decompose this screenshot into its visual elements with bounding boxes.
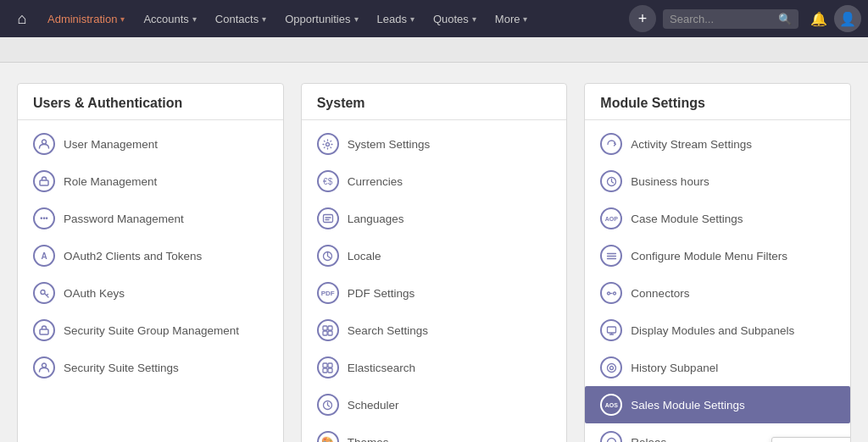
list-item-history-subpanel[interactable]: History Subpanel [585,349,850,386]
card-title-users: Users & Authentication [33,96,268,111]
svg-point-5 [326,142,330,146]
home-button[interactable]: ⌂ [7,3,37,34]
list-item-elasticsearch[interactable]: Elasticsearch [302,349,567,386]
svg-rect-10 [323,331,327,335]
security-suite-group-icon [33,319,55,341]
svg-point-19 [613,292,615,295]
list-item-display-modules[interactable]: Display Modules and Subpanels [585,312,850,349]
security-suite-group-label: Security Suite Group Management [64,324,268,337]
card-title-module-settings: Module Settings [600,96,835,111]
user-management-label: User Management [64,138,268,151]
list-item-password-management[interactable]: ••• Password Management [18,200,283,237]
releas-tooltip: Change settings for Quotes, Contracts an… [771,437,851,442]
user-avatar[interactable]: 👤 [834,5,861,32]
svg-rect-3 [40,329,48,334]
list-item-case-module-settings[interactable]: AOP Case Module Settings [585,200,850,237]
search-settings-icon [317,319,339,341]
chevron-down-icon: ▾ [262,14,266,24]
list-item-themes[interactable]: 🎨 Themes [302,423,567,442]
list-item-role-management[interactable]: Role Management [18,163,283,200]
list-item-search-settings[interactable]: Search Settings [302,312,567,349]
chevron-down-icon: ▾ [192,14,197,24]
list-item-releas[interactable]: Releas Change settings for Quotes, Contr… [585,423,850,442]
security-suite-settings-label: Security Suite Settings [64,362,268,374]
chevron-down-icon: ▾ [523,14,527,24]
pdf-settings-label: PDF Settings [348,287,552,300]
nav-item-administration[interactable]: Administration ▾ [39,8,133,30]
oauth2-icon: A [33,245,55,267]
list-item-user-management[interactable]: User Management [18,125,283,163]
nav-item-more[interactable]: More ▾ [487,8,537,30]
list-item-locale[interactable]: Locale [302,237,567,274]
releas-icon [600,431,622,442]
list-item-oauth2[interactable]: A OAuth2 Clients and Tokens [18,237,283,274]
case-module-settings-icon: AOP [600,207,622,229]
list-item-security-suite-group[interactable]: Security Suite Group Management [18,312,283,349]
connectors-label: Connectors [631,287,835,300]
chevron-down-icon: ▾ [354,14,359,24]
list-item-sales-module-settings[interactable]: AOS Sales Module Settings [585,386,850,423]
password-management-label: Password Management [64,213,268,225]
card-title-system: System [317,96,552,111]
role-management-icon [33,170,55,192]
activity-stream-icon [600,133,622,155]
chevron-down-icon: ▾ [410,14,415,24]
password-management-icon: ••• [33,207,55,229]
notifications-button[interactable]: 🔔 [805,5,832,32]
list-item-oauth-keys[interactable]: OAuth Keys [18,274,283,312]
nav-label-contacts: Contacts [215,13,259,25]
list-item-currencies[interactable]: €$ Currencies [302,163,567,200]
configure-module-menu-icon [600,245,622,267]
svg-point-23 [607,438,615,442]
navigation: ⌂ Administration ▾ Accounts ▾ Contacts ▾… [0,0,868,37]
module-settings-card: Module Settings Activity Stream Settings [584,83,851,442]
nav-item-contacts[interactable]: Contacts ▾ [207,8,275,30]
nav-item-opportunities[interactable]: Opportunities ▾ [276,8,366,30]
card-header-users: Users & Authentication [18,84,283,120]
add-button[interactable]: + [629,5,656,32]
bell-icon: 🔔 [810,11,827,27]
list-item-system-settings[interactable]: System Settings [302,125,567,163]
search-input[interactable] [670,13,778,25]
nav-item-leads[interactable]: Leads ▾ [369,8,423,30]
search-bar: 🔍 [663,9,798,29]
list-item-security-suite-settings[interactable]: Security Suite Settings [18,349,283,386]
oauth-keys-icon [33,282,55,304]
svg-rect-14 [323,368,327,373]
oauth2-label: OAuth2 Clients and Tokens [64,250,268,262]
users-authentication-card: Users & Authentication User Management [17,83,284,442]
oauth-keys-label: OAuth Keys [64,287,268,300]
nav-label-administration: Administration [47,13,117,25]
svg-rect-13 [328,363,332,367]
nav-label-accounts: Accounts [143,13,188,25]
list-item-configure-module-menu[interactable]: Configure Module Menu Filters [585,237,850,274]
plus-icon: + [638,10,648,28]
list-item-languages[interactable]: Languages [302,200,567,237]
nav-label-opportunities: Opportunities [285,13,350,25]
languages-label: Languages [348,213,552,225]
svg-rect-6 [323,215,332,223]
configure-module-menu-label: Configure Module Menu Filters [631,250,835,262]
list-item-scheduler[interactable]: Scheduler [302,386,567,423]
elasticsearch-icon [317,356,339,378]
search-icon: 🔍 [778,13,792,25]
card-header-system: System [302,84,567,120]
nav-label-quotes: Quotes [433,13,469,25]
nav-item-accounts[interactable]: Accounts ▾ [135,8,204,30]
list-item-pdf-settings[interactable]: PDF PDF Settings [302,274,567,312]
case-module-settings-label: Case Module Settings [631,213,835,225]
list-item-business-hours[interactable]: Business hours [585,163,850,200]
user-management-icon [33,133,55,155]
sales-module-settings-label: Sales Module Settings [631,399,835,412]
list-item-activity-stream[interactable]: Activity Stream Settings [585,125,850,163]
svg-point-0 [42,140,47,144]
nav-label-leads: Leads [377,13,407,25]
svg-rect-1 [40,180,48,185]
card-body-module-settings: Activity Stream Settings Business hours … [585,120,850,442]
list-item-connectors[interactable]: Connectors [585,274,850,312]
nav-item-quotes[interactable]: Quotes ▾ [425,8,485,30]
pdf-settings-icon: PDF [317,282,339,304]
languages-icon [317,207,339,229]
themes-icon: 🎨 [317,431,339,442]
main-content: Users & Authentication User Management [0,63,868,442]
